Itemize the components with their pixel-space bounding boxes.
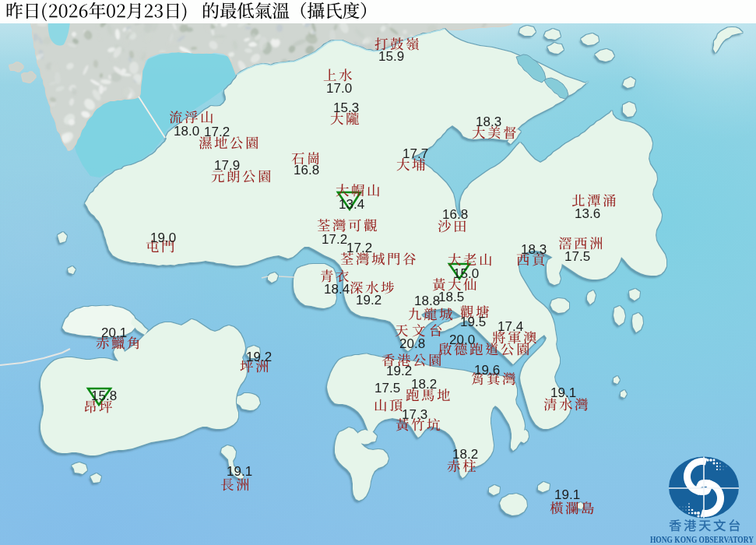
svg-text:18.5: 18.5 [438,290,464,304]
svg-text:17.2: 17.2 [204,125,230,139]
svg-text:17.4: 17.4 [498,319,523,334]
svg-text:17.2: 17.2 [322,232,347,247]
svg-text:20.0: 20.0 [449,332,475,347]
svg-text:17.7: 17.7 [403,146,428,161]
svg-text:17.9: 17.9 [214,158,240,173]
svg-text:18.3: 18.3 [476,114,501,129]
svg-text:17.5: 17.5 [564,249,590,264]
svg-text:16.8: 16.8 [442,207,468,222]
svg-text:13.6: 13.6 [575,206,600,221]
svg-text:15.3: 15.3 [333,100,359,115]
svg-text:15.8: 15.8 [91,389,117,403]
svg-text:15.9: 15.9 [378,49,404,64]
svg-text:17.5: 17.5 [374,381,400,396]
svg-text:19.6: 19.6 [474,363,500,378]
svg-text:19.5: 19.5 [460,315,486,329]
svg-text:18.4: 18.4 [324,282,350,297]
svg-text:16.8: 16.8 [294,163,319,178]
svg-text:19.1: 19.1 [227,464,252,479]
svg-text:20.8: 20.8 [399,336,425,351]
svg-text:17.0: 17.0 [326,81,352,96]
svg-text:18.3: 18.3 [521,242,547,257]
svg-text:19.2: 19.2 [356,293,382,308]
svg-text:17.3: 17.3 [402,407,427,422]
svg-text:19.1: 19.1 [554,487,580,502]
svg-text:19.2: 19.2 [386,364,412,378]
svg-text:17.2: 17.2 [346,241,372,255]
svg-text:20.1: 20.1 [101,325,127,340]
svg-text:18.2: 18.2 [452,447,478,462]
svg-text:18.2: 18.2 [411,377,437,392]
svg-text:18.0: 18.0 [174,124,199,139]
svg-text:18.8: 18.8 [414,294,440,308]
svg-text:15.0: 15.0 [453,266,479,281]
svg-text:19.1: 19.1 [550,385,576,400]
svg-text:19.0: 19.0 [150,230,176,245]
svg-text:13.4: 13.4 [339,197,364,212]
svg-text:19.2: 19.2 [246,350,272,364]
svg-text:HONG KONG OBSERVATORY: HONG KONG OBSERVATORY [650,534,754,545]
